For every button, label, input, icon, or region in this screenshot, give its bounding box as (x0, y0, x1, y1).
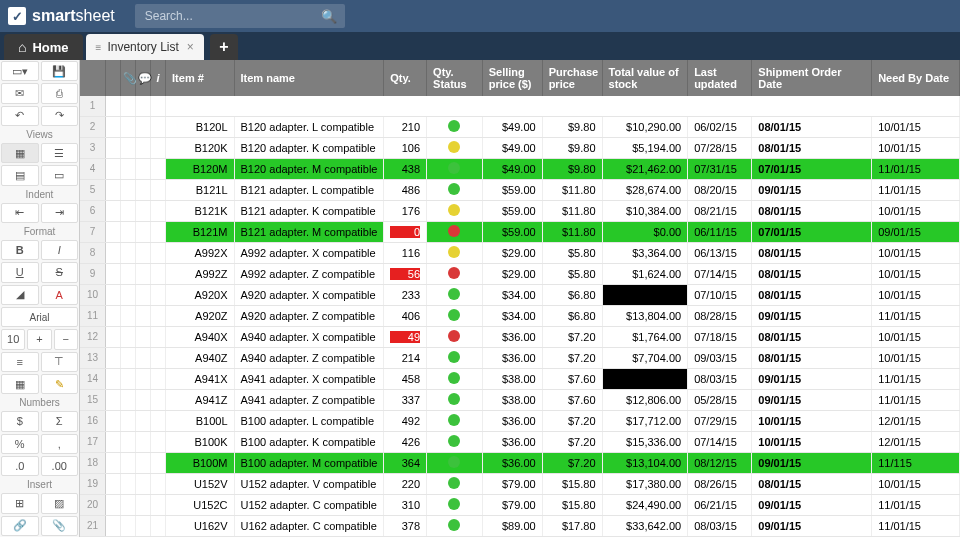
cell-qty[interactable]: 116 (384, 242, 427, 263)
cell-status[interactable] (427, 515, 483, 536)
cell-item[interactable]: A940X (166, 326, 234, 347)
cell-total[interactable]: $24,490.00 (602, 494, 688, 515)
discuss-cell[interactable] (136, 452, 151, 473)
col-info-icon[interactable]: i (151, 60, 166, 96)
discuss-cell[interactable] (136, 137, 151, 158)
font-size-select[interactable]: 10 (1, 329, 25, 349)
cell-status[interactable] (427, 347, 483, 368)
cell-updated[interactable]: 08/12/15 (688, 452, 752, 473)
cell-ship[interactable]: 08/01/15 (752, 200, 872, 221)
cell-purch[interactable]: $7.20 (542, 452, 602, 473)
row-number[interactable]: 21 (80, 515, 106, 536)
cell-total[interactable]: $1,764.00 (602, 326, 688, 347)
grid-container[interactable]: 📎 💬 i Item # Item name Qty. Qty. Status … (80, 60, 960, 537)
cell-purch[interactable]: $15.80 (542, 473, 602, 494)
cell-updated[interactable]: 08/21/15 (688, 200, 752, 221)
table-row[interactable]: 21U162VU162 adapter. C compatible378$89.… (80, 515, 960, 536)
view-card-icon[interactable]: ▤ (1, 165, 39, 185)
info-cell[interactable] (151, 179, 166, 200)
tab-inventory-list[interactable]: ≡ Inventory List × (86, 34, 204, 60)
cell-name[interactable]: A992 adapter. Z compatible (234, 263, 384, 284)
cell-item[interactable]: B121K (166, 200, 234, 221)
cell-ship[interactable]: 10/01/15 (752, 410, 872, 431)
row-number[interactable]: 18 (80, 452, 106, 473)
expand-cell[interactable] (106, 452, 121, 473)
text-color-icon[interactable]: A (41, 285, 79, 305)
cell-qty[interactable]: 49 (384, 326, 427, 347)
attach-cell[interactable] (121, 410, 136, 431)
col-ship[interactable]: Shipment Order Date (752, 60, 872, 96)
info-cell[interactable] (151, 431, 166, 452)
attach-cell[interactable] (121, 242, 136, 263)
cell-need[interactable]: 10/01/15 (872, 200, 960, 221)
cell-total[interactable]: $1,624.00 (602, 263, 688, 284)
cell-purch[interactable]: $7.60 (542, 368, 602, 389)
cell-total[interactable]: $5,194.00 (602, 137, 688, 158)
table-row[interactable]: 6B121KB121 adapter. K compatible176$59.0… (80, 200, 960, 221)
cell-name[interactable]: B121 adapter. M compatible (234, 221, 384, 242)
cell-item[interactable]: A920Z (166, 305, 234, 326)
cell-sell[interactable]: $34.00 (482, 284, 542, 305)
cell-qty[interactable]: 214 (384, 347, 427, 368)
row-number[interactable]: 14 (80, 368, 106, 389)
table-row[interactable]: 8A992XA992 adapter. X compatible116$29.0… (80, 242, 960, 263)
cell-qty[interactable]: 426 (384, 431, 427, 452)
attach-cell[interactable] (121, 263, 136, 284)
discuss-cell[interactable] (136, 326, 151, 347)
cell-status[interactable] (427, 263, 483, 284)
cell-purch[interactable]: $9.80 (542, 137, 602, 158)
tab-home[interactable]: ⌂ Home (4, 34, 83, 60)
discuss-cell[interactable] (136, 96, 151, 116)
cell-purch[interactable]: $9.80 (542, 158, 602, 179)
cell-total[interactable]: $33,642.00 (602, 515, 688, 536)
col-purch[interactable]: Purchase price (542, 60, 602, 96)
info-cell[interactable] (151, 410, 166, 431)
cell-qty[interactable]: 492 (384, 410, 427, 431)
discuss-cell[interactable] (136, 242, 151, 263)
cell-status[interactable] (427, 473, 483, 494)
cell-name[interactable]: B100 adapter. M compatible (234, 452, 384, 473)
cell-status[interactable] (427, 410, 483, 431)
cell-ship[interactable]: 08/01/15 (752, 137, 872, 158)
expand-cell[interactable] (106, 221, 121, 242)
cell-name[interactable]: U162 adapter. C compatible (234, 515, 384, 536)
italic-icon[interactable]: I (41, 240, 79, 260)
discuss-cell[interactable] (136, 389, 151, 410)
cell-updated[interactable]: 07/28/15 (688, 137, 752, 158)
info-cell[interactable] (151, 452, 166, 473)
cell-purch[interactable]: $7.20 (542, 326, 602, 347)
cell-ship[interactable]: 10/01/15 (752, 431, 872, 452)
cell-need[interactable]: 11/01/15 (872, 179, 960, 200)
comma-icon[interactable]: , (41, 434, 79, 454)
discuss-cell[interactable] (136, 116, 151, 137)
cell-need[interactable]: 10/01/15 (872, 347, 960, 368)
font-size-inc[interactable]: + (27, 329, 51, 349)
cell-need[interactable]: 11/01/15 (872, 515, 960, 536)
cell-sell[interactable]: $79.00 (482, 473, 542, 494)
cell-status[interactable] (427, 326, 483, 347)
attach-cell[interactable] (121, 158, 136, 179)
expand-cell[interactable] (106, 389, 121, 410)
cell-item[interactable]: B121M (166, 221, 234, 242)
col-discuss-icon[interactable]: 💬 (136, 60, 151, 96)
cell-total[interactable]: $17,712.00 (602, 410, 688, 431)
cell-total[interactable]: $13,104.00 (602, 452, 688, 473)
cell-updated[interactable]: 08/20/15 (688, 179, 752, 200)
cell-purch[interactable]: $11.80 (542, 200, 602, 221)
cell-need[interactable]: 11/01/15 (872, 158, 960, 179)
font-select[interactable]: Arial (1, 307, 78, 327)
add-tab-button[interactable]: + (210, 34, 238, 60)
tb-email-icon[interactable]: ✉ (1, 83, 39, 103)
cell-item[interactable]: B100K (166, 431, 234, 452)
col-upd[interactable]: Last updated (688, 60, 752, 96)
row-number[interactable]: 10 (80, 284, 106, 305)
col-total[interactable]: Total value of stock (602, 60, 688, 96)
cell-updated[interactable]: 08/03/15 (688, 368, 752, 389)
cell-need[interactable]: 10/01/15 (872, 284, 960, 305)
col-qty[interactable]: Qty. (384, 60, 427, 96)
cell-name[interactable]: B120 adapter. L compatible (234, 116, 384, 137)
cell-ship[interactable]: 08/01/15 (752, 347, 872, 368)
info-cell[interactable] (151, 221, 166, 242)
cell-item[interactable]: A940Z (166, 347, 234, 368)
expand-cell[interactable] (106, 494, 121, 515)
